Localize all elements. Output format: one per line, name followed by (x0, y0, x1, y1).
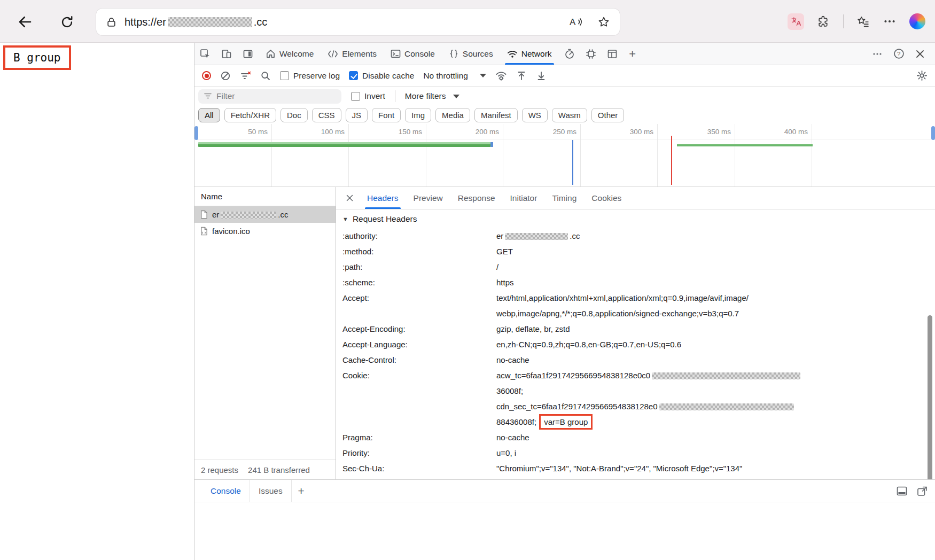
header-key: Priority: (342, 445, 496, 461)
tab-response[interactable]: Response (450, 187, 503, 209)
browser-window: https://er.cc A (0, 0, 935, 560)
site-info-lock-icon[interactable] (106, 17, 117, 28)
more-filters-button[interactable]: More filters (405, 91, 460, 101)
filter-chip-fetch-xhr[interactable]: Fetch/XHR (224, 108, 276, 122)
clear-icon (220, 71, 231, 81)
filter-chip-img[interactable]: Img (405, 108, 431, 122)
tab-application[interactable] (602, 43, 623, 65)
request-row-main[interactable]: er.cc (194, 206, 336, 223)
tab-timing[interactable]: Timing (544, 187, 584, 209)
disable-cache-label: Disable cache (362, 71, 414, 81)
request-row-favicon[interactable]: favicon.ico (194, 223, 336, 239)
tab-sources[interactable]: Sources (442, 43, 500, 65)
overview-right-handle[interactable] (931, 126, 935, 140)
devtools-more-options-button[interactable] (868, 43, 887, 65)
invert-filter-toggle[interactable]: Invert (351, 91, 385, 101)
tab-welcome[interactable]: Welcome (259, 43, 321, 65)
inspect-element-button[interactable] (194, 43, 216, 65)
tab-label: Elements (342, 49, 377, 59)
console-prompt-icon (391, 49, 401, 58)
filter-chip-media[interactable]: Media (435, 108, 470, 122)
clear-network-log-button[interactable] (220, 71, 231, 81)
filter-chip-doc[interactable]: Doc (280, 108, 308, 122)
domcontentloaded-marker (572, 140, 573, 185)
filter-chip-js[interactable]: JS (346, 108, 368, 122)
timeline-gridline (503, 124, 503, 186)
disable-cache-toggle[interactable]: Disable cache (349, 71, 414, 81)
export-har-button[interactable] (536, 71, 547, 81)
network-conditions-button[interactable] (495, 71, 507, 81)
devtools-tabbar: Welcome Elements Console Sources Network (194, 43, 935, 65)
name-column-header[interactable]: Name (194, 187, 336, 206)
search-button[interactable] (260, 71, 271, 81)
filter-divider (395, 90, 395, 102)
translate-button[interactable] (788, 13, 804, 30)
filter-toggle-button[interactable] (240, 71, 251, 81)
puzzle-icon (817, 15, 830, 28)
tab-network[interactable]: Network (500, 43, 559, 65)
import-har-button[interactable] (516, 71, 527, 81)
refresh-button[interactable] (58, 13, 76, 30)
preserve-log-toggle[interactable]: Preserve log (280, 71, 340, 81)
filter-field[interactable] (198, 89, 341, 104)
overview-left-handle[interactable] (194, 126, 198, 140)
back-button[interactable] (16, 13, 34, 30)
record-network-log-button[interactable] (202, 71, 211, 80)
favorite-star-button[interactable] (597, 15, 610, 28)
arrow-left-icon (17, 14, 33, 30)
filter-chip-ws[interactable]: WS (522, 108, 548, 122)
drawer-more-tabs-button[interactable]: + (292, 480, 311, 502)
url-text[interactable]: https://er.cc (124, 16, 267, 28)
device-toolbar-button[interactable] (216, 43, 237, 65)
tab-elements[interactable]: Elements (321, 43, 384, 65)
filter-chip-css[interactable]: CSS (312, 108, 341, 122)
tab-memory[interactable] (580, 43, 602, 65)
header-key: :scheme: (342, 275, 496, 290)
more-tabs-button[interactable]: + (623, 43, 642, 65)
devtools-help-button[interactable]: ? (889, 43, 908, 65)
details-tab-label: Cookies (591, 193, 621, 203)
invert-checkbox[interactable] (351, 92, 360, 101)
tab-performance[interactable] (559, 43, 580, 65)
filter-chip-manifest[interactable]: Manifest (474, 108, 518, 122)
browser-settings-button[interactable] (883, 14, 897, 28)
filter-chip-wasm[interactable]: Wasm (552, 108, 587, 122)
address-bar[interactable]: https://er.cc A (96, 9, 620, 35)
tab-preview[interactable]: Preview (406, 187, 450, 209)
header-key: Accept-Language: (342, 337, 496, 352)
close-details-button[interactable] (339, 187, 360, 209)
drawer-tab-console[interactable]: Console (202, 480, 250, 502)
read-aloud-button[interactable]: A (568, 15, 583, 28)
filter-chip-font[interactable]: Font (372, 108, 401, 122)
favorites-hub-button[interactable] (856, 15, 870, 28)
filter-chip-all[interactable]: All (198, 108, 220, 122)
filter-chip-other[interactable]: Other (591, 108, 625, 122)
details-scrollbar-thumb[interactable] (928, 315, 932, 479)
request-headers-section-toggle[interactable]: ▼ Request Headers (342, 210, 935, 228)
tab-headers[interactable]: Headers (360, 187, 406, 209)
header-key: :authority: (342, 228, 496, 244)
dock-drawer-button[interactable] (897, 486, 907, 496)
timeline-label: 300 ms (630, 128, 657, 136)
disable-cache-checkbox[interactable] (349, 71, 358, 80)
section-title-text: Request Headers (353, 214, 417, 224)
tab-cookies[interactable]: Cookies (584, 187, 629, 209)
network-settings-button[interactable] (916, 70, 928, 81)
extensions-button[interactable] (817, 15, 830, 28)
tab-initiator[interactable]: Initiator (503, 187, 545, 209)
filter-input[interactable] (216, 91, 323, 101)
copilot-icon[interactable] (909, 13, 925, 29)
header-row: :authority:er.cc (342, 228, 935, 244)
preserve-log-checkbox[interactable] (280, 71, 289, 80)
focus-mode-button[interactable] (237, 43, 259, 65)
header-row: Accept-Language:en,zh-CN;q=0.9,zh;q=0.8,… (342, 337, 935, 352)
header-value: er.cc (496, 228, 935, 244)
drawer-tab-issues[interactable]: Issues (250, 480, 292, 502)
devtools-close-button[interactable] (910, 43, 930, 65)
expand-drawer-button[interactable] (917, 486, 928, 496)
tab-label: Welcome (279, 49, 314, 59)
tab-console[interactable]: Console (384, 43, 442, 65)
throttling-select[interactable]: No throttling (423, 71, 486, 81)
headers-view: ▼ Request Headers :authority:er.cc:metho… (336, 209, 935, 479)
header-key: Accept-Encoding: (342, 321, 496, 337)
